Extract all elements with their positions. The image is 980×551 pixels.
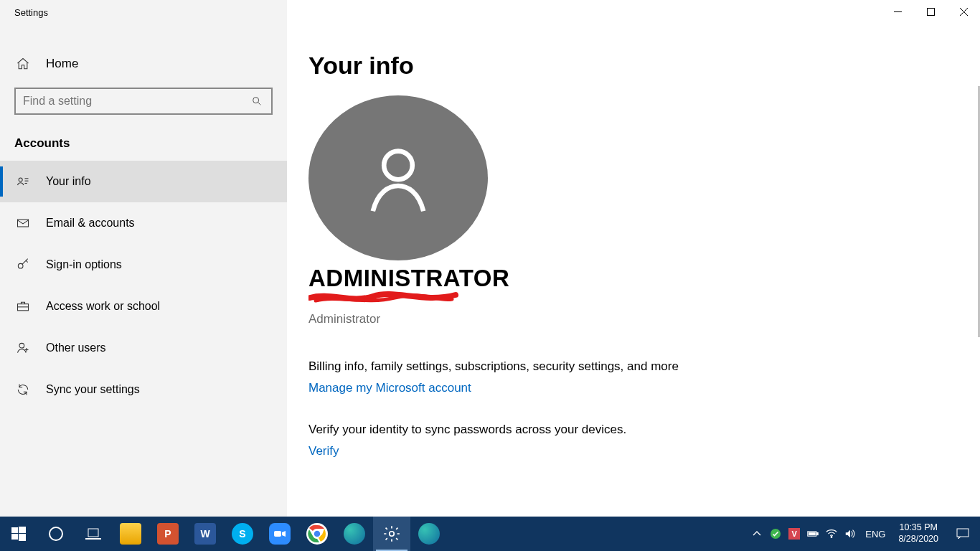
home-button[interactable]: Home — [0, 43, 287, 85]
mail-icon — [16, 216, 30, 230]
taskbar-app-word[interactable]: W — [187, 517, 224, 551]
taskbar-clock[interactable]: 10:35 PM 8/28/2020 — [891, 522, 946, 545]
svg-point-0 — [253, 98, 259, 103]
sidebar-item-email-accounts[interactable]: Email & accounts — [0, 202, 287, 244]
redaction-scribble — [308, 291, 459, 305]
sidebar-item-label: Other users — [46, 342, 106, 354]
home-icon — [16, 57, 30, 71]
taskbar-app-edge[interactable] — [410, 517, 448, 551]
svg-point-22 — [50, 527, 62, 540]
folder-icon — [120, 523, 141, 545]
svg-rect-25 — [274, 531, 281, 537]
svg-rect-35 — [957, 529, 969, 537]
main-content: Your info ADMINISTRATOR Administrator Bi… — [287, 0, 980, 517]
task-view-button[interactable] — [75, 517, 112, 551]
taskbar-left: P W S — [0, 517, 448, 551]
skype-icon: S — [232, 523, 253, 545]
cortana-button[interactable] — [37, 517, 75, 551]
sidebar-nav: Your info Email & accounts Sign-in optio… — [0, 161, 287, 410]
circle-icon — [48, 526, 64, 542]
tray-app-v-icon[interactable]: V — [785, 517, 804, 551]
svg-point-7 — [18, 263, 23, 268]
search-input[interactable] — [23, 95, 250, 108]
start-button[interactable] — [0, 517, 37, 551]
language-indicator[interactable]: ENG — [859, 529, 891, 540]
search-container — [0, 88, 287, 115]
task-view-icon — [85, 527, 101, 540]
edge-icon — [344, 523, 365, 545]
sidebar-item-other-users[interactable]: Other users — [0, 327, 287, 369]
window-title: Settings — [0, 0, 287, 24]
sync-icon — [16, 382, 30, 397]
sidebar-item-access-work-school[interactable]: Access work or school — [0, 286, 287, 327]
svg-point-29 — [390, 532, 395, 537]
svg-rect-6 — [18, 220, 29, 227]
taskbar-app-edge-legacy[interactable] — [336, 517, 373, 551]
taskbar-app-file-explorer[interactable] — [112, 517, 149, 551]
search-box[interactable] — [14, 88, 273, 115]
person-add-icon — [16, 341, 30, 355]
verify-identity-text: Verify your identity to sync passwords a… — [308, 423, 980, 437]
taskbar-right: V ENG 10:35 PM 8/28/2020 — [748, 517, 980, 551]
chrome-icon — [306, 523, 328, 545]
search-icon — [250, 94, 264, 108]
svg-point-10 — [19, 343, 24, 348]
person-icon — [359, 138, 438, 217]
svg-rect-33 — [817, 532, 819, 534]
settings-window: Settings Home Accounts Your info — [0, 0, 980, 517]
zoom-icon — [269, 523, 291, 545]
taskbar-app-powerpoint[interactable]: P — [149, 517, 187, 551]
tray-overflow-button[interactable] — [748, 517, 766, 551]
window-controls — [881, 0, 980, 23]
sidebar-item-label: Your info — [46, 175, 91, 188]
svg-rect-14 — [927, 8, 934, 15]
sidebar-item-label: Email & accounts — [46, 217, 135, 230]
taskbar-app-chrome[interactable] — [298, 517, 336, 551]
sidebar-item-label: Access work or school — [46, 300, 160, 313]
svg-rect-21 — [19, 534, 26, 541]
sidebar-item-label: Sync your settings — [46, 383, 140, 396]
taskbar-app-settings[interactable] — [373, 517, 410, 551]
gear-icon — [382, 524, 401, 543]
svg-rect-18 — [11, 527, 18, 533]
svg-point-2 — [19, 178, 22, 182]
tray-volume-icon[interactable] — [841, 517, 859, 551]
tray-wifi-icon[interactable] — [822, 517, 841, 551]
svg-rect-32 — [809, 532, 816, 534]
powerpoint-icon: P — [157, 523, 179, 545]
svg-line-1 — [258, 103, 261, 105]
billing-info-text: Billing info, family settings, subscript… — [308, 359, 980, 374]
svg-rect-23 — [88, 529, 98, 537]
tray-battery-icon[interactable] — [804, 517, 822, 551]
section-header: Accounts — [0, 115, 287, 161]
minimize-button[interactable] — [881, 0, 914, 23]
page-title: Your info — [308, 52, 980, 80]
svg-point-17 — [384, 151, 413, 180]
key-icon — [16, 258, 30, 272]
clock-time: 10:35 PM — [898, 522, 938, 534]
windows-icon — [11, 527, 26, 541]
maximize-button[interactable] — [914, 0, 947, 23]
manage-account-link[interactable]: Manage my Microsoft account — [308, 381, 471, 395]
word-icon: W — [194, 523, 216, 545]
sidebar-item-sync-settings[interactable]: Sync your settings — [0, 369, 287, 410]
sidebar-item-your-info[interactable]: Your info — [0, 161, 287, 202]
verify-link[interactable]: Verify — [308, 444, 339, 458]
svg-rect-20 — [11, 534, 18, 540]
taskbar-app-skype[interactable]: S — [224, 517, 261, 551]
edge-icon — [418, 523, 440, 545]
action-center-button[interactable] — [946, 517, 980, 551]
sidebar: Settings Home Accounts Your info — [0, 0, 287, 517]
avatar — [308, 95, 488, 260]
person-card-icon — [16, 174, 30, 189]
sidebar-item-signin-options[interactable]: Sign-in options — [0, 244, 287, 286]
svg-point-34 — [831, 537, 832, 538]
taskbar-app-zoom[interactable] — [261, 517, 298, 551]
close-button[interactable] — [947, 0, 980, 23]
user-display-name: ADMINISTRATOR — [308, 265, 980, 292]
home-label: Home — [46, 57, 78, 71]
tray-security-icon[interactable] — [766, 517, 785, 551]
taskbar: P W S V ENG 10:35 PM 8/28/2020 — [0, 517, 980, 551]
clock-date: 8/28/2020 — [898, 534, 938, 545]
user-role: Administrator — [308, 312, 980, 326]
